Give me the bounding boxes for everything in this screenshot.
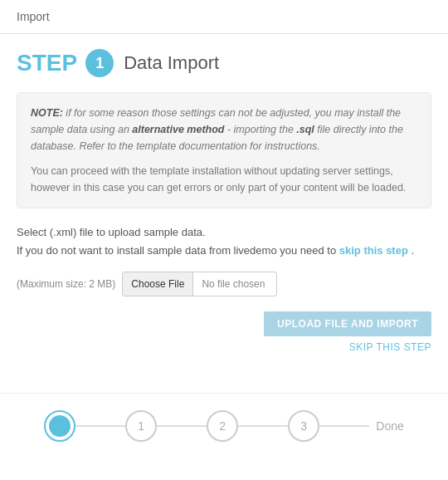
progress-bar: 1 2 3 Done: [0, 393, 448, 458]
instruction-prefix: If you do not want to install sample dat…: [17, 244, 339, 257]
progress-step-2: 2: [207, 410, 238, 442]
upload-button-row: UPLOAD FILE AND IMPORT: [17, 311, 431, 336]
skip-this-step-button[interactable]: SKIP THIS STEP: [349, 341, 431, 353]
progress-step-1: 1: [125, 410, 157, 442]
file-input-wrapper: Choose File No file chosen: [122, 272, 277, 296]
step-connector-0: [75, 425, 125, 427]
step-circle-active: [44, 410, 75, 442]
step-circle-3: 3: [288, 410, 319, 442]
note-paragraph-1: NOTE: if for some reason those settings …: [31, 105, 417, 154]
step-circle-2: 2: [207, 410, 238, 442]
note-sql: .sql: [296, 124, 314, 135]
choose-file-button[interactable]: Choose File: [123, 272, 193, 296]
note-text-2: - importing the: [227, 124, 296, 135]
step-connector-2: [238, 425, 288, 427]
instruction-line-1: Select (.xml) file to upload sample data…: [17, 223, 431, 242]
note-paragraph-2: You can proceed with the template instal…: [31, 163, 417, 196]
upload-file-import-button[interactable]: UPLOAD FILE AND IMPORT: [264, 311, 431, 336]
skip-this-step-link[interactable]: skip this step: [339, 244, 408, 257]
step-circle-1: 1: [125, 410, 157, 442]
instructions: Select (.xml) file to upload sample data…: [17, 223, 431, 260]
note-box: NOTE: if for some reason those settings …: [17, 92, 431, 208]
step-title: Data Import: [124, 52, 219, 74]
step-connector-1: [157, 425, 207, 427]
done-label: Done: [376, 419, 403, 433]
step-badge: 1: [85, 49, 114, 77]
main-content: STEP 1 Data Import NOTE: if for some rea…: [0, 34, 448, 384]
skip-row: SKIP THIS STEP: [17, 341, 431, 353]
progress-step-active: [44, 410, 75, 442]
step-circle-1-label: 1: [138, 419, 144, 433]
step-header: STEP 1 Data Import: [17, 49, 431, 77]
page-header: Import: [0, 0, 448, 34]
step-number: 1: [95, 55, 104, 72]
step-label: STEP: [17, 50, 77, 76]
step-circle-2-label: 2: [219, 419, 226, 433]
note-text-4: You can proceed with the template instal…: [31, 165, 406, 193]
step-connector-3: [319, 425, 369, 427]
progress-step-3: 3: [288, 410, 319, 442]
file-chosen-label: No file chosen: [193, 272, 276, 296]
note-alternative-method: alternative method: [132, 124, 224, 135]
header-title: Import: [17, 10, 50, 23]
note-bold-label: NOTE:: [31, 107, 66, 119]
file-upload-row: (Maximum size: 2 MB) Choose File No file…: [17, 272, 431, 296]
step-circle-3-label: 3: [300, 419, 307, 433]
instruction-line-2: If you do not want to install sample dat…: [17, 242, 431, 260]
max-size-label: (Maximum size: 2 MB): [17, 278, 115, 290]
instruction-suffix: .: [411, 244, 414, 257]
